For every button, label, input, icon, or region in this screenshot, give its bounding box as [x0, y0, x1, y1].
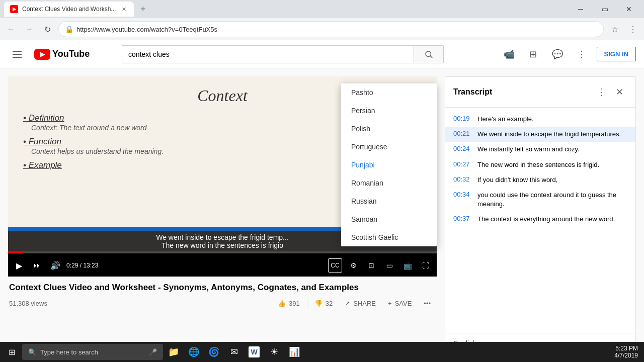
taskbar-mail[interactable]: ✉	[224, 343, 244, 361]
transcript-text: you could use the context around it to g…	[477, 191, 627, 209]
fullscreen-btn[interactable]: ⛶	[419, 258, 433, 273]
tab-close-btn[interactable]: ✕	[120, 5, 128, 13]
mic-icon: 🎤	[149, 348, 157, 356]
search-icon	[424, 50, 433, 59]
video-section: Context • Definition Context: The text a…	[8, 76, 437, 354]
lang-item-portuguese[interactable]: Portuguese	[341, 138, 437, 156]
new-tab-btn[interactable]: +	[136, 2, 150, 16]
address-bar[interactable]: 🔒 https://www.youtube.com/watch?v=0Teeqt…	[58, 21, 604, 37]
tab-title: Context Clues Video and Worksh...	[22, 6, 116, 13]
chrome-icon: 🌐	[188, 346, 199, 357]
transcript-item-0034[interactable]: 00:34 you could use the context around i…	[445, 188, 635, 212]
transcript-time: 00:19	[453, 115, 471, 124]
language-dropdown: Pashto Persian Polish Portuguese Punjabi…	[341, 83, 437, 246]
transcript-item-0037[interactable]: 00:37 The context is everything around t…	[445, 212, 635, 227]
time-current: 0:29	[66, 262, 78, 269]
transcript-item-0024[interactable]: 00:24 We instantly felt so warm and cozy…	[445, 142, 635, 157]
transcript-more-btn[interactable]: ⋮	[593, 84, 609, 100]
browser-titlebar: ▶ Context Clues Video and Worksh... ✕ + …	[0, 0, 644, 18]
transcript-item-0027[interactable]: 00:27 The new word in these sentences is…	[445, 157, 635, 172]
taskbar-time: 5:23 PM 4/7/2019	[610, 345, 642, 359]
settings-btn[interactable]: ⚙	[346, 258, 360, 273]
mute-btn[interactable]: 🔊	[48, 258, 62, 273]
time-display: 0:29 / 13:23	[66, 262, 98, 269]
like-btn[interactable]: 👍 391	[273, 297, 305, 310]
maximize-btn[interactable]: ▭	[594, 2, 616, 16]
view-count: 51,308 views	[9, 300, 47, 307]
search-btn[interactable]	[414, 45, 444, 63]
chat-btn[interactable]: 💬	[548, 45, 567, 63]
miniplayer-btn[interactable]: ⊡	[364, 258, 378, 273]
back-btn[interactable]: ←	[4, 22, 18, 36]
more-btn[interactable]: ⋮	[573, 45, 591, 63]
transcript-item-0019[interactable]: 00:19 Here's an example.	[445, 112, 635, 127]
taskbar-edge[interactable]: 🌀	[204, 343, 223, 361]
lang-item-polish[interactable]: Polish	[341, 120, 437, 138]
lang-item-pashto[interactable]: Pashto	[341, 83, 437, 102]
camera-btn[interactable]: 📹	[500, 45, 518, 63]
thumbs-up-icon: 👍	[278, 300, 286, 307]
browser-menu-btn[interactable]: ⋮	[626, 22, 640, 36]
transcript-item-0021[interactable]: 00:21 We went inside to escape the frigi…	[445, 127, 635, 142]
signin-btn[interactable]: SIGN IN	[597, 47, 636, 61]
lang-item-punjabi[interactable]: Punjabi	[341, 156, 437, 174]
svg-rect-0	[13, 51, 22, 52]
minimize-btn[interactable]: ─	[570, 2, 592, 16]
main-content: Context • Definition Context: The text a…	[0, 68, 644, 362]
lang-item-samoan[interactable]: Samoan	[341, 210, 437, 228]
bookmark-btn[interactable]: ☆	[608, 22, 622, 36]
transcript-text: The context is everything around the new…	[477, 215, 615, 224]
youtube-logo-icon: ▶	[34, 49, 50, 60]
lang-item-russian[interactable]: Russian	[341, 192, 437, 210]
transcript-time: 00:24	[453, 145, 471, 154]
lang-item-scottish-gaelic[interactable]: Scottish Gaelic	[341, 228, 437, 246]
cc-btn[interactable]: CC	[328, 258, 342, 273]
refresh-btn[interactable]: ↻	[40, 22, 54, 36]
youtube-logo[interactable]: ▶ YouTube	[34, 49, 90, 60]
taskbar-chrome[interactable]: 🌐	[184, 343, 203, 361]
taskbar-word[interactable]: W	[245, 343, 264, 361]
skip-btn[interactable]: ⏭	[30, 258, 44, 273]
save-label: SAVE	[395, 300, 412, 307]
transcript-time: 00:34	[453, 191, 471, 209]
mail-icon: ✉	[228, 346, 239, 357]
hamburger-menu-btn[interactable]	[8, 45, 26, 63]
share-btn[interactable]: ↗ SHARE	[340, 297, 381, 310]
transcript-close-btn[interactable]: ✕	[611, 84, 627, 100]
progress-bar[interactable]	[8, 251, 437, 253]
play-btn[interactable]: ▶	[12, 258, 26, 273]
more-actions-btn[interactable]: •••	[419, 297, 436, 310]
cast-btn[interactable]: 📺	[400, 258, 415, 273]
share-icon: ↗	[345, 300, 350, 307]
forward-btn[interactable]: →	[22, 22, 36, 36]
theater-btn[interactable]: ▭	[382, 258, 396, 273]
close-window-btn[interactable]: ✕	[618, 2, 640, 16]
save-btn[interactable]: + SAVE	[383, 297, 417, 310]
transcript-item-0032[interactable]: 00:32 If you didn't know this word,	[445, 172, 635, 188]
lang-item-romanian[interactable]: Romanian	[341, 174, 437, 192]
svg-rect-1	[13, 54, 22, 55]
transcript-text: If you didn't know this word,	[477, 175, 557, 185]
func-title: • Function	[23, 137, 61, 146]
lock-icon: 🔒	[65, 25, 73, 33]
video-wrapper: Context • Definition Context: The text a…	[8, 76, 437, 277]
dislike-count: 32	[326, 300, 333, 307]
taskbar-search[interactable]: 🔍 Type here to search 🎤	[22, 344, 163, 360]
start-btn[interactable]: ⊞	[2, 343, 21, 361]
transcript-panel: Transcript ⋮ ✕ 00:19 Here's an example. …	[445, 76, 636, 354]
search-input[interactable]	[122, 45, 414, 63]
browser-controls: ← → ↻ 🔒 https://www.youtube.com/watch?v=…	[0, 18, 644, 40]
browser-tab[interactable]: ▶ Context Clues Video and Worksh... ✕	[4, 2, 134, 17]
transcript-text: We went inside to escape the frigid temp…	[477, 130, 621, 139]
svg-point-3	[426, 51, 431, 57]
apps-btn[interactable]: ⊞	[524, 45, 542, 63]
transcript-header: Transcript ⋮ ✕	[445, 77, 635, 108]
powerpoint-icon: 📊	[289, 346, 300, 357]
lang-item-persian[interactable]: Persian	[341, 102, 437, 120]
dislike-btn[interactable]: 👎 32	[309, 297, 338, 310]
taskbar-file-explorer[interactable]: 📁	[164, 343, 183, 361]
taskbar-powerpoint[interactable]: 📊	[285, 343, 304, 361]
taskbar-weather[interactable]: ☀	[265, 343, 284, 361]
transcript-title: Transcript	[453, 87, 492, 97]
video-main-title: Context Clues Video and Worksheet - Syno…	[9, 283, 436, 293]
